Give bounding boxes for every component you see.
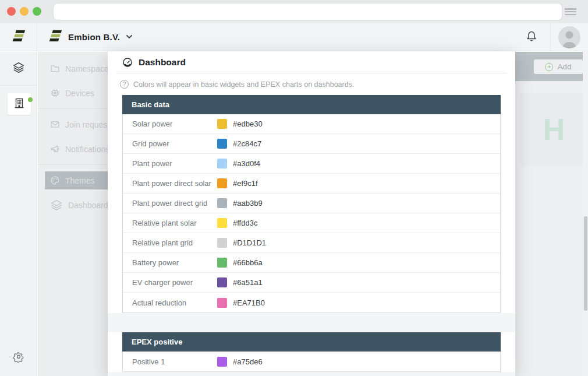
mail-icon <box>50 120 60 129</box>
address-bar[interactable] <box>54 3 562 20</box>
color-swatch[interactable] <box>217 119 227 129</box>
browser-menu-icon[interactable] <box>565 8 576 15</box>
embion-logo-icon <box>48 29 63 45</box>
color-row-grid-power[interactable]: Grid power#2c84c7 <box>123 134 500 154</box>
color-hex-value: #6a51a1 <box>233 278 263 287</box>
plus-circle-icon: + <box>545 63 553 71</box>
dashboard-gauge-icon <box>122 57 133 68</box>
close-window-button[interactable] <box>7 7 16 16</box>
add-button[interactable]: + Add <box>534 59 583 74</box>
sidebar-divider <box>38 108 108 109</box>
color-row-label: Solar power <box>132 120 217 128</box>
folder-icon <box>50 64 60 73</box>
color-row-plant-power[interactable]: Plant power#a3d0f4 <box>123 154 500 174</box>
scrollbar-track[interactable] <box>583 51 588 376</box>
online-status-dot <box>28 97 33 102</box>
color-swatch[interactable] <box>217 198 227 208</box>
color-swatch[interactable] <box>217 139 227 149</box>
color-hex-value: #ef9c1f <box>233 179 258 188</box>
modal-title: Dashboard <box>139 57 186 68</box>
color-hex-value: #a3d0f4 <box>233 159 260 168</box>
notifications-bell-button[interactable] <box>513 30 550 44</box>
color-row-plant-power-direct-solar[interactable]: Plant power direct solar#ef9c1f <box>123 174 500 194</box>
organization-name: Embion B.V. <box>68 32 120 42</box>
color-row-label: Plant power <box>132 159 217 168</box>
app-header: Embion B.V. <box>0 23 588 51</box>
settings-gear-button[interactable] <box>0 351 37 366</box>
help-icon: ? <box>120 80 129 89</box>
color-row-label: Relative plant solar <box>132 219 217 227</box>
color-row-positive-1[interactable]: Positive 1#a75de6 <box>123 352 500 371</box>
color-swatch[interactable] <box>217 238 227 248</box>
color-row-label: Plant power direct grid <box>132 199 217 208</box>
color-hex-value: #D1D1D1 <box>233 238 266 247</box>
minimize-window-button[interactable] <box>20 7 29 16</box>
color-hex-value: #a75de6 <box>233 357 263 366</box>
color-hex-value: #2c84c7 <box>233 139 261 148</box>
user-avatar[interactable] <box>558 26 580 48</box>
color-row-label: Plant power direct solar <box>132 179 217 188</box>
sidebar-divider <box>38 164 108 165</box>
color-hex-value: #aab3b9 <box>233 199 263 208</box>
placeholder-letter: H <box>543 112 565 147</box>
background-content: + Add H <box>515 52 588 376</box>
megaphone-icon <box>50 144 60 154</box>
window-controls <box>7 7 41 16</box>
rail-organization-button[interactable] <box>8 93 31 115</box>
color-row-actual-reduction[interactable]: Actual reduction#EA71B0 <box>123 293 500 312</box>
sidebar-item-devices[interactable]: Devices <box>38 84 108 102</box>
color-swatch[interactable] <box>217 298 227 308</box>
color-row-label: Relative plant grid <box>132 238 217 247</box>
organization-switcher[interactable]: Embion B.V. <box>37 29 132 45</box>
person-icon <box>558 40 580 48</box>
color-hex-value: #ffdd3c <box>233 219 257 227</box>
color-hex-value: #edbe30 <box>233 120 263 128</box>
color-row-ev-charger-power[interactable]: EV charger power#6a51a1 <box>123 273 500 293</box>
chip-icon <box>50 88 60 98</box>
modal-footer-strip <box>108 372 515 376</box>
table-gap <box>108 313 515 332</box>
scrollbar-thumb[interactable] <box>584 216 587 311</box>
sidebar-item-label: Notifications <box>65 145 108 154</box>
sidebar-item-label: Namespaces <box>65 64 108 73</box>
layers-icon <box>12 61 25 76</box>
sidebar-item-notifications[interactable]: Notifications <box>38 140 108 158</box>
dashboard-theme-modal: Dashboard ? Colors will appear in basic … <box>108 51 515 376</box>
page-toolbar: + Add <box>515 52 588 81</box>
sidebar-item-label: Join requests <box>65 120 108 129</box>
color-swatch[interactable] <box>217 178 227 188</box>
app-window: Embion B.V. NamespacesDevicesJoin reques… <box>0 0 588 376</box>
color-row-relative-plant-solar[interactable]: Relative plant solar#ffdd3c <box>123 213 500 233</box>
color-swatch[interactable] <box>217 258 227 268</box>
color-swatch[interactable] <box>217 277 227 287</box>
secondary-sidebar: NamespacesDevicesJoin requestsNotificati… <box>38 52 108 376</box>
icon-rail <box>0 52 37 376</box>
layers-icon <box>50 199 63 212</box>
color-table-epex-positive: EPEX positivePositive 1#a75de6 <box>122 332 501 372</box>
sidebar-item-themes[interactable]: Themes <box>45 171 108 189</box>
color-row-solar-power[interactable]: Solar power#edbe30 <box>123 114 500 134</box>
placeholder-card: H <box>520 93 588 166</box>
color-swatch[interactable] <box>217 218 227 228</box>
color-hex-value: #EA71B0 <box>233 298 265 307</box>
color-row-plant-power-direct-grid[interactable]: Plant power direct grid#aab3b9 <box>123 194 500 213</box>
building-icon <box>13 97 25 111</box>
sidebar-item-namespaces[interactable]: Namespaces <box>38 59 108 78</box>
sidebar-item-join-requests[interactable]: Join requests <box>38 115 108 133</box>
browser-chrome <box>0 0 588 23</box>
color-row-battery-power[interactable]: Battery power#66bb6a <box>123 253 500 273</box>
color-row-label: Battery power <box>132 258 217 267</box>
color-table-basic-data: Basic dataSolar power#edbe30Grid power#2… <box>122 95 501 313</box>
app-logo[interactable] <box>0 23 37 51</box>
color-swatch[interactable] <box>217 357 227 367</box>
gear-icon <box>13 351 24 366</box>
sidebar-item-dashboard-templates[interactable]: Dashboard templates <box>38 196 108 214</box>
color-swatch[interactable] <box>217 159 227 168</box>
rail-namespaces-button[interactable] <box>0 52 37 86</box>
color-row-label: EV charger power <box>132 278 217 287</box>
color-row-relative-plant-grid[interactable]: Relative plant grid#D1D1D1 <box>123 233 500 253</box>
table-section-header: Basic data <box>122 95 501 114</box>
sidebar-item-label: Dashboard templates <box>68 201 108 210</box>
add-button-label: Add <box>557 62 571 71</box>
maximize-window-button[interactable] <box>33 7 41 16</box>
